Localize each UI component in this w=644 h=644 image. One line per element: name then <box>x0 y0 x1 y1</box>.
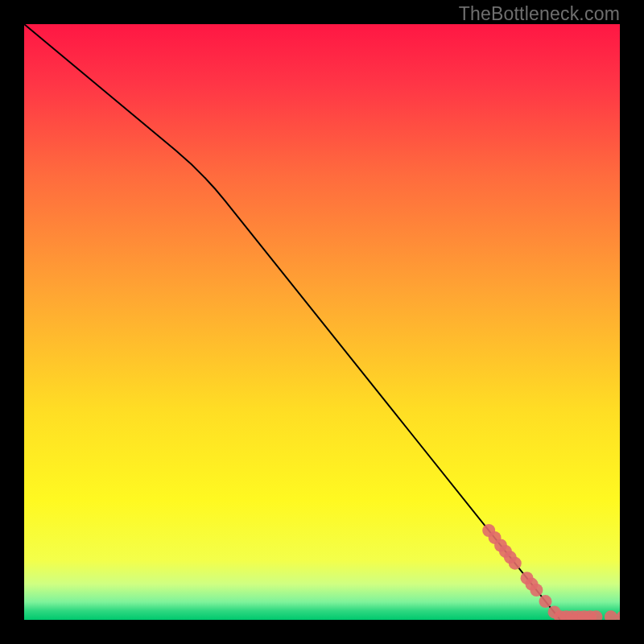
watermark-label: TheBottleneck.com <box>459 3 620 25</box>
data-marker <box>605 610 617 620</box>
data-marker <box>509 557 522 570</box>
data-marker <box>617 610 620 620</box>
chart-stage: TheBottleneck.com <box>0 0 644 644</box>
data-marker <box>539 595 552 608</box>
data-line <box>24 24 560 620</box>
data-marker <box>530 584 543 597</box>
data-markers <box>482 524 620 620</box>
chart-layer <box>24 24 620 620</box>
plot-area <box>24 24 620 620</box>
